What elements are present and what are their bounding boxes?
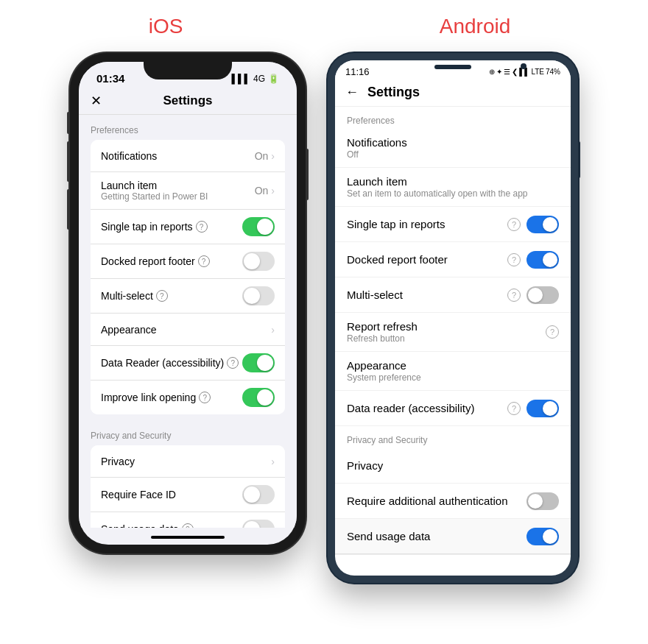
android-require-auth-row[interactable]: Require additional authentication	[335, 484, 571, 519]
android-require-auth-toggle-thumb	[528, 494, 543, 509]
ios-screen: 01:34 ▌▌▌ 4G 🔋 ✕ Settings Preferences	[79, 62, 297, 545]
ios-data-reader-toggle[interactable]	[242, 353, 275, 372]
ios-improve-link-toggle[interactable]	[242, 388, 275, 407]
ios-close-button[interactable]: ✕	[91, 93, 102, 109]
android-report-refresh-help-icon[interactable]: ?	[546, 325, 559, 339]
ios-launch-item-value: On	[255, 185, 269, 197]
android-data-reader-label-group: Data reader (accessibility)	[347, 402, 507, 414]
android-multiselect-row[interactable]: Multi-select ?	[335, 277, 571, 313]
ios-time: 01:34	[96, 72, 124, 85]
android-privacy-row[interactable]: Privacy	[335, 448, 571, 484]
ios-notifications-row[interactable]: Notifications On ›	[91, 140, 285, 172]
android-report-refresh-label-group: Report refresh Refresh button	[347, 320, 546, 344]
android-multiselect-right: ?	[507, 286, 559, 304]
ios-notifications-right: On ›	[255, 150, 275, 162]
ios-multiselect-toggle[interactable]	[242, 286, 275, 305]
android-appearance-row[interactable]: Appearance System preference	[335, 352, 571, 391]
ios-launch-item-right: On ›	[255, 185, 275, 197]
android-docked-footer-right: ?	[507, 251, 559, 269]
android-appearance-label-group: Appearance System preference	[347, 359, 559, 383]
ios-docked-footer-row[interactable]: Docked report footer ?	[91, 244, 285, 279]
android-report-refresh-label: Report refresh	[347, 320, 546, 333]
ios-send-usage-toggle[interactable]	[242, 520, 275, 528]
android-require-auth-toggle[interactable]	[526, 492, 559, 510]
android-time: 11:16	[345, 66, 370, 77]
ios-send-usage-row[interactable]: Send usage data ?	[91, 512, 285, 528]
ios-data-reader-row[interactable]: Data Reader (accessibility) ?	[91, 346, 285, 381]
ios-improve-link-row[interactable]: Improve link opening ?	[91, 381, 285, 414]
android-single-tap-toggle[interactable]	[526, 216, 559, 233]
ios-notifications-label: Notifications	[101, 150, 157, 162]
android-privacy-label-group: Privacy	[347, 459, 559, 472]
android-settings-content: Preferences Notifications Off Launch ite…	[335, 107, 571, 556]
android-appearance-sublabel: System preference	[347, 372, 559, 383]
android-launch-item-row[interactable]: Launch item Set an item to automatically…	[335, 168, 571, 207]
android-docked-footer-toggle[interactable]	[526, 251, 559, 269]
android-status-bar: 11:16 ⊕ ✦ ☰ ❮ ▌▌ LTE 74%	[335, 60, 571, 79]
android-data-reader-help-icon[interactable]: ?	[507, 402, 521, 415]
ios-improve-link-help-icon[interactable]: ?	[199, 392, 211, 403]
android-multiselect-help-icon[interactable]: ?	[507, 289, 521, 302]
ios-status-icons: ▌▌▌ 4G 🔋	[231, 74, 279, 84]
ios-appearance-row[interactable]: Appearance ›	[91, 314, 285, 346]
android-multiselect-label-group: Multi-select	[347, 289, 507, 301]
android-data-reader-row[interactable]: Data reader (accessibility) ?	[335, 391, 571, 426]
android-section-header-privacy: Privacy and Security	[335, 426, 571, 448]
android-wifi-icon: ⊕	[489, 68, 495, 76]
ios-data-reader-label: Data Reader (accessibility)	[101, 357, 224, 369]
ios-face-id-label: Require Face ID	[101, 489, 176, 500]
ios-privacy-row[interactable]: Privacy ›	[91, 445, 285, 478]
ios-appearance-label: Appearance	[101, 324, 157, 336]
ios-send-usage-toggle-thumb	[244, 521, 260, 528]
android-single-tap-label: Single tap in reports	[347, 218, 507, 230]
ios-single-tap-help-icon[interactable]: ?	[196, 221, 208, 233]
ios-section-header-privacy: Privacy and Security	[79, 420, 297, 445]
ios-privacy-right: ›	[271, 456, 275, 467]
android-require-auth-label: Require additional authentication	[347, 495, 526, 507]
ios-appearance-label-group: Appearance	[101, 324, 157, 336]
android-section-header-preferences: Preferences	[335, 107, 571, 129]
ios-send-usage-help-icon[interactable]: ?	[182, 523, 194, 528]
ios-docked-footer-toggle-thumb	[244, 253, 260, 269]
android-report-refresh-row[interactable]: Report refresh Refresh button ?	[335, 313, 571, 352]
android-send-usage-toggle[interactable]	[526, 528, 559, 545]
android-multiselect-toggle[interactable]	[526, 286, 559, 304]
ios-launch-item-chevron-icon: ›	[271, 185, 275, 197]
ios-send-usage-label: Send usage data	[101, 523, 179, 528]
ios-status-bar: 01:34 ▌▌▌ 4G 🔋	[79, 62, 297, 88]
ios-docked-footer-toggle[interactable]	[242, 252, 275, 271]
ios-single-tap-toggle[interactable]	[242, 217, 275, 236]
ios-privacy-label-group: Privacy	[101, 456, 135, 467]
android-docked-footer-help-icon[interactable]: ?	[507, 253, 521, 266]
ios-single-tap-row[interactable]: Single tap in reports ?	[91, 210, 285, 244]
ios-launch-item-row[interactable]: Launch item Getting Started in Power BI …	[91, 172, 285, 210]
ios-face-id-toggle[interactable]	[242, 485, 275, 504]
ios-volume-down-button	[67, 189, 70, 230]
ios-multiselect-row[interactable]: Multi-select ?	[91, 279, 285, 314]
ios-privacy-group: Privacy › Require Face ID	[91, 445, 285, 528]
ios-docked-footer-help-icon[interactable]: ?	[198, 255, 210, 267]
android-single-tap-row[interactable]: Single tap in reports ?	[335, 207, 571, 242]
android-nav-bar: ← Settings	[335, 79, 571, 107]
ios-face-id-row[interactable]: Require Face ID	[91, 478, 285, 512]
ios-section-header-preferences: Preferences	[79, 115, 297, 140]
android-launch-item-label: Launch item	[347, 175, 559, 188]
ios-phone: 01:34 ▌▌▌ 4G 🔋 ✕ Settings Preferences	[70, 53, 306, 553]
android-battery-icon: 74%	[546, 68, 560, 76]
ios-notifications-label-group: Notifications	[101, 150, 157, 162]
android-send-usage-row[interactable]: Send usage data	[335, 519, 571, 554]
android-single-tap-help-icon[interactable]: ?	[507, 218, 521, 231]
ios-multiselect-help-icon[interactable]: ?	[156, 290, 168, 302]
android-data-reader-toggle[interactable]	[526, 400, 559, 417]
android-notifications-row[interactable]: Notifications Off	[335, 129, 571, 168]
ios-mute-button	[67, 112, 70, 134]
ios-data-reader-help-icon[interactable]: ?	[227, 357, 239, 369]
android-notifications-sublabel: Off	[347, 149, 559, 160]
ios-privacy-label: Privacy	[101, 456, 135, 467]
android-send-usage-label: Send usage data	[347, 530, 526, 542]
android-settings-title: Settings	[367, 85, 420, 100]
android-docked-footer-row[interactable]: Docked report footer ?	[335, 242, 571, 277]
android-data-reader-label: Data reader (accessibility)	[347, 402, 507, 414]
android-back-button[interactable]: ←	[345, 85, 359, 100]
android-launch-item-sublabel: Set an item to automatically open with t…	[347, 188, 559, 199]
